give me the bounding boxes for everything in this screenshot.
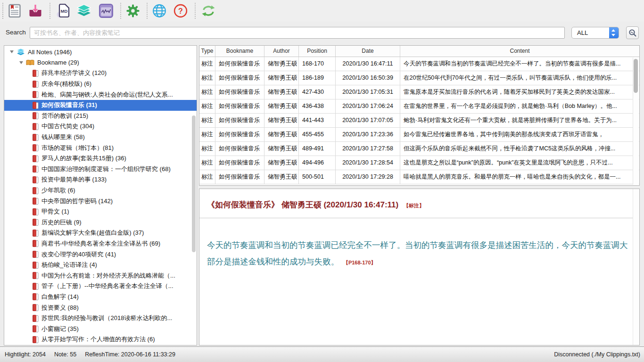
column-header-content[interactable]: Content [400, 46, 639, 57]
table-header: Type Bookname Author Position Date Conte… [199, 46, 639, 57]
tree-item-label: 投资中最简单的事 (133) [41, 175, 107, 184]
tree-item-book[interactable]: 罗马人的故事(套装共15册) (36) [4, 153, 197, 164]
tree-item-all-notes[interactable]: All Notes (1946) [4, 47, 197, 58]
tree-item-label: 历史的巨镜 (9) [41, 218, 82, 227]
cell-type: 标注 [199, 57, 215, 71]
table-row[interactable]: 标注 如何假装懂音乐 储智勇王硕 500-501 2020/1/30 17:29… [199, 170, 639, 184]
markdown-export-icon[interactable]: MD [56, 4, 70, 18]
tree-item-book[interactable]: 薛兆丰经济学讲义 (120) [4, 68, 197, 79]
cell-author: 储智勇王硕 [264, 85, 299, 99]
note-detail-title: 《如何假装懂音乐》 储智勇王硕 (2020/1/30 16:47:11) 【标注… [207, 199, 632, 210]
cell-position: 494-496 [299, 156, 336, 170]
help-icon[interactable]: ? [173, 4, 188, 18]
statistics-icon[interactable] [99, 4, 113, 18]
detail-scrollbar-track[interactable] [633, 189, 639, 345]
tree-item-label: 少年凯歌 (6) [41, 186, 75, 195]
table-scrollbar-thumb[interactable] [634, 59, 638, 93]
tree-item-book[interactable]: 杨伯峻_论语译注 (4) [4, 260, 197, 271]
svg-text:?: ? [178, 7, 183, 15]
note-type-tag: 【标注】 [404, 203, 424, 208]
tree-item-book[interactable]: 管子（上下册）--中华经典名著全本全注全译（... [4, 281, 197, 292]
table-row[interactable]: 标注 如何假装懂音乐 储智勇王硕 436-438 2020/1/30 17:06… [199, 99, 639, 114]
import-clippings-icon[interactable] [28, 4, 42, 18]
book-icon [33, 123, 39, 130]
tree-item-book[interactable]: 少年凯歌 (6) [4, 185, 197, 196]
disclosure-triangle-icon[interactable] [19, 61, 23, 64]
tree-item-book[interactable]: 甲骨文 (1) [4, 206, 197, 217]
merge-layers-icon[interactable] [77, 4, 91, 18]
tree-item-book[interactable]: 货币的教训 (215) [4, 111, 197, 122]
cell-position: 441-443 [299, 114, 336, 127]
tree-item-book[interactable]: 从零开始学写作：个人增值的有效方法 (6) [4, 334, 197, 345]
tree-item-book[interactable]: 中国古代简史 (304) [4, 121, 197, 132]
search-scope-select[interactable]: ALL [571, 27, 619, 39]
tree-item-bookname-group[interactable]: Bookname (29) [4, 58, 197, 68]
book-icon [33, 315, 39, 322]
tree-item-book[interactable]: 新编说文解字大全集(超值白金版) (37) [4, 228, 197, 239]
cell-author: 储智勇王硕 [264, 57, 299, 71]
book-icon [33, 187, 39, 194]
search-input[interactable] [30, 27, 565, 39]
sync-refresh-icon[interactable] [201, 4, 215, 18]
column-header-position[interactable]: Position [299, 46, 336, 57]
table-scrollbar-track[interactable] [633, 58, 639, 185]
cell-date: 2020/1/30 17:28:54 [336, 156, 400, 170]
column-header-date[interactable]: Date [336, 46, 400, 57]
tree-item-book[interactable]: 苏世民:我的经验与教训（2018读桥水达利欧的... [4, 313, 197, 324]
cell-content: 在雷鬼的世界里，有一个名字是必须提到的，就是鲍勃·马利（Bob Marley）。… [400, 99, 639, 113]
tree-item-book[interactable]: 投资中最简单的事 (133) [4, 174, 197, 185]
tree-item-book[interactable]: 中国国家治理的制度逻辑：一个组织学研究 (68) [4, 164, 197, 175]
cell-bookname: 如何假装懂音乐 [215, 85, 264, 99]
bookname-group-icon [26, 59, 34, 66]
book-list: 薛兆丰经济学讲义 (120) 庆余年(精校版) (6) 枪炮、病菌与钢铁:人类社… [4, 68, 197, 345]
tree-item-book[interactable]: 如何假装懂音乐 (31) [4, 100, 197, 111]
tree-item-book[interactable]: 历史的巨镜 (9) [4, 217, 197, 228]
tree-item-book[interactable]: 改变心理学的40项研究 (41) [4, 249, 197, 260]
settings-gear-icon[interactable] [126, 4, 140, 18]
tree-item-label: 货币的教训 (215) [41, 112, 88, 120]
table-row[interactable]: 标注 如何假装懂音乐 储智勇王硕 494-496 2020/1/30 17:28… [199, 156, 639, 170]
tree-item-label: Bookname (29) [37, 59, 79, 66]
table-row[interactable]: 标注 如何假装懂音乐 储智勇王硕 168-170 2020/1/30 16:47… [199, 57, 639, 71]
table-row[interactable]: 标注 如何假装懂音乐 储智勇王硕 441-443 2020/1/30 17:07… [199, 114, 639, 128]
cell-date: 2020/1/30 16:47:11 [336, 57, 400, 71]
tree-item-book[interactable]: 白鱼解字 (14) [4, 292, 197, 303]
table-row[interactable]: 标注 如何假装懂音乐 储智勇王硕 186-189 2020/1/30 16:50… [199, 71, 639, 85]
cell-bookname: 如何假装懂音乐 [215, 57, 264, 71]
tree-item-book[interactable]: 小窗幽记 (35) [4, 323, 197, 334]
cell-type: 标注 [199, 128, 215, 141]
tree-item-label: 新编说文解字大全集(超值白金版) (37) [41, 229, 144, 237]
disclosure-triangle-icon[interactable] [10, 50, 14, 53]
table-row[interactable]: 标注 如何假装懂音乐 储智勇王硕 455-455 2020/1/30 17:23… [199, 128, 639, 142]
column-header-author[interactable]: Author [264, 46, 299, 57]
sidebar-scrollbar-thumb[interactable] [192, 115, 196, 252]
cell-date: 2020/1/30 17:27:58 [336, 142, 400, 156]
toolbar: MD ? [0, 0, 644, 22]
table-row[interactable]: 标注 如何假装懂音乐 储智勇王硕 489-491 2020/1/30 17:27… [199, 142, 639, 156]
tree-item-book[interactable]: 钱从哪里来 (58) [4, 132, 197, 143]
tree-item-book[interactable]: 投资要义 (88) [4, 302, 197, 313]
right-area: Type Bookname Author Position Date Conte… [199, 45, 640, 346]
tree-item-book[interactable]: 中央帝国的哲学密码 (142) [4, 196, 197, 206]
tree-item-book[interactable]: 商君书-中华经典名著全本全注全译丛书 (69) [4, 239, 197, 249]
cell-bookname: 如何假装懂音乐 [215, 71, 264, 85]
table-row[interactable]: 标注 如何假装懂音乐 储智勇王硕 427-430 2020/1/30 17:05… [199, 85, 639, 99]
search-button[interactable] [626, 26, 639, 39]
cell-date: 2020/1/30 17:05:31 [336, 85, 400, 99]
tree-item-book[interactable]: 庆余年(精校版) (6) [4, 79, 197, 90]
column-header-type[interactable]: Type [199, 46, 215, 57]
cell-content: 在20世纪50年代到70年代之间，有过一类乐队，叫节奏蓝调乐队，他们使用的乐..… [400, 71, 639, 85]
tree-item-book[interactable]: 市场的逻辑（增订本）(81) [4, 142, 197, 153]
cell-date: 2020/1/30 16:50:39 [336, 71, 400, 85]
tree-item-label: All Notes (1946) [28, 49, 72, 56]
cell-bookname: 如何假装懂音乐 [215, 142, 264, 156]
website-globe-icon[interactable] [152, 4, 166, 18]
column-header-bookname[interactable]: Bookname [215, 46, 264, 57]
cell-type: 标注 [199, 71, 215, 85]
tree-item-book[interactable]: 枪炮、病菌与钢铁:人类社会的命运(世纪人文系... [4, 89, 197, 100]
tree-item-book[interactable]: 中国为什么有前途：对外经济关系的战略潜能（... [4, 270, 197, 281]
book-icon [33, 240, 39, 247]
search-label: Search [6, 29, 26, 36]
clippings-document-icon[interactable] [8, 4, 22, 18]
tree-item-label: 从零开始学写作：个人增值的有效方法 (6) [41, 335, 155, 344]
